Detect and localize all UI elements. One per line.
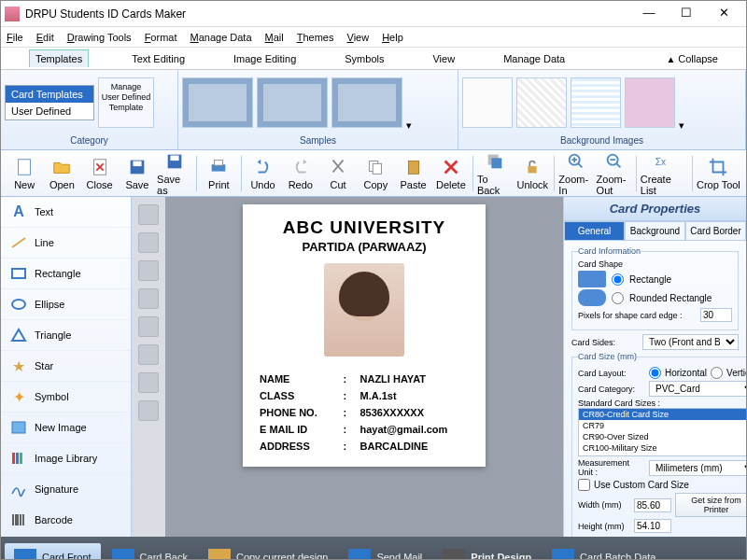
size-option[interactable]: CR90-Over Sized xyxy=(579,431,746,442)
menu-format[interactable]: Format xyxy=(145,32,177,43)
prop-tab-border[interactable]: Card Border xyxy=(685,221,746,240)
properties-title: Card Properties xyxy=(564,197,746,221)
tool-image-library[interactable]: Image Library xyxy=(1,443,131,474)
use-custom-checkbox[interactable] xyxy=(578,479,590,491)
copy-button[interactable]: Copy xyxy=(358,157,393,190)
layout-horizontal-radio[interactable] xyxy=(649,367,661,379)
create-list-button[interactable]: ΣxCreate List xyxy=(641,151,688,196)
bg-thumb[interactable] xyxy=(462,77,513,128)
sample-thumb[interactable] xyxy=(182,77,253,128)
open-button[interactable]: Open xyxy=(44,157,79,190)
shape-rectangle-radio[interactable] xyxy=(612,273,624,286)
tool-barcode[interactable]: Barcode xyxy=(1,505,131,536)
sample-thumb[interactable] xyxy=(257,77,328,128)
size-option[interactable]: CR79 xyxy=(579,420,746,431)
menu-mail[interactable]: Mail xyxy=(265,32,284,43)
layer-tool-icon[interactable] xyxy=(138,288,159,309)
layer-tool-icon[interactable] xyxy=(138,232,159,253)
height-input[interactable] xyxy=(634,519,671,533)
tab-symbols[interactable]: Symbols xyxy=(339,50,389,67)
menu-view[interactable]: View xyxy=(347,32,370,43)
tab-text-editing[interactable]: Text Editing xyxy=(126,50,190,67)
tool-symbol[interactable]: ✦Symbol xyxy=(1,382,131,413)
measure-unit-select[interactable]: Milimeters (mm) xyxy=(649,460,746,476)
new-button[interactable]: New xyxy=(7,157,42,190)
tool-new-image[interactable]: New Image xyxy=(1,413,131,443)
to-back-button[interactable]: To Back xyxy=(477,151,513,196)
card-front-button[interactable]: Card Front xyxy=(5,543,101,560)
print-button[interactable]: Print xyxy=(201,157,236,190)
tab-manage-data[interactable]: Manage Data xyxy=(498,50,571,67)
zoom-out-button[interactable]: Zoom-Out xyxy=(597,151,632,196)
unlock-button[interactable]: Unlock xyxy=(514,157,550,190)
menu-manage-data[interactable]: Manage Data xyxy=(190,32,251,43)
size-option[interactable]: CR100-Military Size xyxy=(579,442,746,454)
menu-help[interactable]: Help xyxy=(382,32,403,43)
category-list[interactable]: Card Templates User Defined xyxy=(5,85,94,120)
undo-button[interactable]: Undo xyxy=(245,157,280,190)
layout-vertical-radio[interactable] xyxy=(711,367,723,379)
layer-tool-icon[interactable] xyxy=(138,400,159,421)
print-design-button[interactable]: Print Design xyxy=(433,543,541,560)
layer-tool-icon[interactable] xyxy=(138,372,159,393)
tool-signature[interactable]: Signature xyxy=(1,474,131,505)
cut-button[interactable]: Cut xyxy=(320,157,356,190)
canvas[interactable]: ABC UNIVERSITY PARTIDA (PARWAAZ) NAME:NA… xyxy=(165,197,563,537)
tool-line[interactable]: Line xyxy=(1,228,131,259)
manage-template-button[interactable]: Manage User Defined Template xyxy=(98,77,154,128)
tool-triangle[interactable]: Triangle xyxy=(1,320,131,351)
prop-tab-background[interactable]: Background xyxy=(625,221,685,240)
tool-rectangle[interactable]: Rectangle xyxy=(1,259,131,289)
layer-tool-icon[interactable] xyxy=(138,316,159,337)
tab-view[interactable]: View xyxy=(427,50,460,67)
minimize-button[interactable]: — xyxy=(630,2,668,26)
delete-button[interactable]: Delete xyxy=(433,157,469,190)
bg-more-icon[interactable]: ▾ xyxy=(679,119,684,132)
pixels-edge-input[interactable] xyxy=(700,308,732,322)
save-as-button[interactable]: Save as xyxy=(157,151,192,196)
menu-themes[interactable]: Themes xyxy=(297,32,334,43)
size-option[interactable]: CR80-Credit Card Size xyxy=(579,409,746,420)
send-mail-button[interactable]: Send Mail xyxy=(339,543,431,560)
tool-ellipse[interactable]: Ellipse xyxy=(1,289,131,320)
id-card[interactable]: ABC UNIVERSITY PARTIDA (PARWAAZ) NAME:NA… xyxy=(243,204,486,467)
menu-edit[interactable]: Edit xyxy=(36,32,54,43)
get-size-button[interactable]: Get size from Printer xyxy=(675,493,746,517)
maximize-button[interactable]: ☐ xyxy=(668,2,705,26)
layer-tool-icon[interactable] xyxy=(138,260,159,281)
crop-tool-button[interactable]: Crop Tool xyxy=(697,157,740,190)
layer-tool-icon[interactable] xyxy=(138,204,159,225)
redo-button[interactable]: Redo xyxy=(283,157,318,190)
card-sides-select[interactable]: Two (Front and Back) xyxy=(642,334,739,350)
zoom-in-button[interactable]: Zoom-In xyxy=(558,151,594,196)
card-batch-button[interactable]: Card Batch Data xyxy=(543,543,665,560)
bg-thumb[interactable] xyxy=(571,77,621,128)
width-input[interactable] xyxy=(634,498,671,512)
prop-tab-general[interactable]: General xyxy=(564,221,625,240)
standard-sizes-list[interactable]: CR80-Credit Card Size CR79 CR90-Over Siz… xyxy=(578,408,746,456)
samples-more-icon[interactable]: ▾ xyxy=(406,119,412,132)
tool-watermark[interactable]: Watermark xyxy=(1,536,131,537)
sample-thumb[interactable] xyxy=(331,77,402,128)
tool-star[interactable]: ★Star xyxy=(1,351,131,382)
tool-text[interactable]: AText xyxy=(1,197,131,228)
menu-file[interactable]: File xyxy=(7,32,23,43)
paste-button[interactable]: Paste xyxy=(395,157,430,190)
card-category-select[interactable]: PVC_Card xyxy=(649,381,746,397)
tab-templates[interactable]: Templates xyxy=(29,49,89,67)
category-user-defined[interactable]: User Defined xyxy=(6,103,93,119)
card-photo[interactable] xyxy=(324,263,404,357)
close-button[interactable]: ✕ xyxy=(705,2,742,26)
tab-image-editing[interactable]: Image Editing xyxy=(228,50,302,67)
bg-thumb[interactable] xyxy=(625,77,675,128)
bg-thumb[interactable] xyxy=(516,77,567,128)
copy-design-button[interactable]: Copy current design xyxy=(199,543,337,560)
save-button[interactable]: Save xyxy=(120,157,155,190)
category-card-templates[interactable]: Card Templates xyxy=(6,86,93,103)
shape-rounded-radio[interactable] xyxy=(612,292,624,304)
collapse-ribbon[interactable]: ▲ Collapse xyxy=(667,53,719,64)
card-back-button[interactable]: Card Back xyxy=(103,543,197,560)
layer-tool-icon[interactable] xyxy=(138,344,159,365)
close-file-button[interactable]: Close xyxy=(82,157,118,190)
menu-drawing-tools[interactable]: Drawing Tools xyxy=(67,32,132,43)
